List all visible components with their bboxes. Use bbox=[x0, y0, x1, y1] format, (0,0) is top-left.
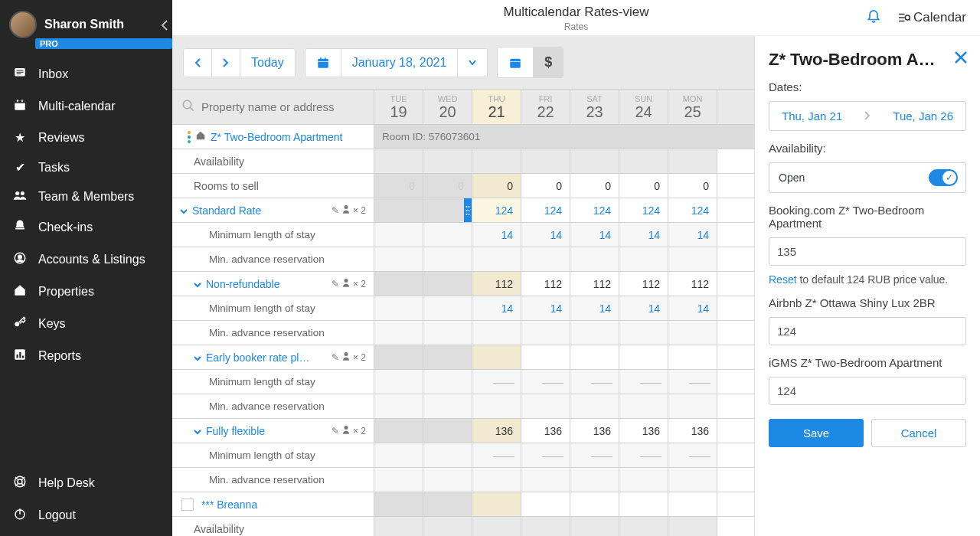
rate-plan-toggle[interactable]: Non-refundable ✎ × 2 bbox=[172, 272, 374, 296]
cell[interactable]: 136 bbox=[668, 419, 717, 443]
cell[interactable]: — — bbox=[521, 370, 570, 394]
cell[interactable] bbox=[521, 492, 570, 516]
toggle-switch[interactable]: ✓ bbox=[929, 169, 958, 186]
edit-icon[interactable]: ✎ bbox=[332, 352, 339, 363]
cell[interactable]: — — bbox=[668, 443, 717, 467]
cell[interactable] bbox=[570, 394, 619, 418]
cell[interactable] bbox=[668, 247, 717, 271]
cell[interactable]: 14 bbox=[570, 223, 619, 247]
sidebar-item-reviews[interactable]: ★ Reviews bbox=[0, 123, 172, 152]
rate-plan-toggle[interactable]: Fully flexible ✎ × 2 bbox=[172, 419, 374, 443]
cell[interactable] bbox=[570, 492, 619, 516]
calendar-mode-button[interactable] bbox=[498, 47, 534, 77]
sidebar-item-logout[interactable]: Logout bbox=[0, 499, 172, 531]
cell[interactable]: — — bbox=[472, 370, 521, 394]
cell[interactable]: — — bbox=[619, 370, 668, 394]
cell[interactable]: 14 bbox=[472, 223, 521, 247]
sidebar-item-accounts[interactable]: Accounts & Listings bbox=[0, 243, 172, 276]
date-range-picker[interactable]: Thu, Jan 21 Tue, Jan 26 bbox=[769, 101, 966, 131]
cell[interactable] bbox=[619, 321, 668, 345]
cell[interactable] bbox=[472, 394, 521, 418]
cell[interactable]: — — bbox=[619, 443, 668, 467]
cell[interactable]: 14 bbox=[668, 223, 717, 247]
today-button[interactable]: Today bbox=[240, 49, 295, 77]
cell[interactable] bbox=[472, 468, 521, 492]
edit-icon[interactable]: ✎ bbox=[332, 205, 339, 216]
cell[interactable]: 14 bbox=[521, 296, 570, 320]
property-checkbox[interactable] bbox=[181, 498, 194, 511]
cell[interactable]: — — bbox=[668, 370, 717, 394]
cell[interactable] bbox=[619, 492, 668, 516]
cell[interactable] bbox=[668, 394, 717, 418]
cell[interactable] bbox=[521, 345, 570, 369]
edit-icon[interactable]: ✎ bbox=[332, 279, 339, 289]
cancel-button[interactable]: Cancel bbox=[871, 419, 966, 447]
cell[interactable]: 124 bbox=[472, 198, 521, 222]
property-label[interactable]: *** Breanna bbox=[172, 492, 374, 516]
channel-bdc-input[interactable] bbox=[769, 237, 966, 266]
sidebar-item-inbox[interactable]: Inbox bbox=[0, 58, 172, 90]
save-button[interactable]: Save bbox=[769, 419, 864, 447]
cell[interactable]: 136 bbox=[472, 419, 521, 443]
cell[interactable]: 0 bbox=[668, 174, 717, 198]
cell[interactable]: 0 bbox=[570, 174, 619, 198]
cell[interactable] bbox=[668, 492, 717, 516]
calendar-link[interactable]: Calendar bbox=[897, 10, 966, 25]
cell[interactable]: 124 bbox=[570, 198, 619, 222]
cell[interactable]: 112 bbox=[668, 272, 717, 296]
cell[interactable] bbox=[570, 345, 619, 369]
cell[interactable] bbox=[570, 468, 619, 492]
cell[interactable] bbox=[472, 492, 521, 516]
availability-toggle[interactable]: Open ✓ bbox=[769, 162, 966, 193]
property-label[interactable]: Z* Two-Bedroom Apartment bbox=[172, 125, 374, 149]
sidebar-item-multicalendar[interactable]: Multi-calendar bbox=[0, 90, 172, 123]
sidebar-item-help[interactable]: Help Desk bbox=[0, 467, 172, 499]
cell[interactable] bbox=[472, 345, 521, 369]
collapse-sidebar-icon[interactable] bbox=[160, 20, 168, 33]
rates-mode-button[interactable]: $ bbox=[534, 47, 563, 77]
cell[interactable] bbox=[570, 321, 619, 345]
cell[interactable]: 14 bbox=[668, 296, 717, 320]
cell[interactable]: 136 bbox=[570, 419, 619, 443]
cell[interactable]: 112 bbox=[472, 272, 521, 296]
cell[interactable]: 136 bbox=[521, 419, 570, 443]
cell[interactable]: 112 bbox=[570, 272, 619, 296]
sidebar-item-team[interactable]: Team & Members bbox=[0, 182, 172, 211]
channel-igms-input[interactable] bbox=[769, 377, 966, 405]
edit-icon[interactable]: ✎ bbox=[332, 426, 339, 436]
cell[interactable] bbox=[619, 345, 668, 369]
cell[interactable]: 14 bbox=[472, 296, 521, 320]
cell[interactable]: 0 bbox=[521, 174, 570, 198]
cell[interactable] bbox=[668, 345, 717, 369]
channel-air-input[interactable] bbox=[769, 317, 966, 345]
cell[interactable]: — — bbox=[472, 443, 521, 467]
cell[interactable] bbox=[619, 394, 668, 418]
prev-day-button[interactable] bbox=[184, 49, 212, 77]
cell[interactable]: — — bbox=[570, 370, 619, 394]
search-cell[interactable] bbox=[172, 90, 374, 124]
cell[interactable]: 14 bbox=[570, 296, 619, 320]
sidebar-item-tasks[interactable]: ✔ Tasks bbox=[0, 152, 172, 182]
cell[interactable] bbox=[668, 468, 717, 492]
cell[interactable] bbox=[472, 247, 521, 271]
cell[interactable] bbox=[619, 468, 668, 492]
sidebar-item-keys[interactable]: Keys bbox=[0, 308, 172, 340]
cell[interactable]: 124 bbox=[619, 198, 668, 222]
cell[interactable] bbox=[521, 321, 570, 345]
next-day-button[interactable] bbox=[212, 49, 240, 77]
cell[interactable]: 0 bbox=[619, 174, 668, 198]
cell[interactable] bbox=[521, 394, 570, 418]
cell[interactable]: 112 bbox=[619, 272, 668, 296]
notifications-icon[interactable] bbox=[866, 8, 881, 28]
cell[interactable]: 136 bbox=[619, 419, 668, 443]
sidebar-item-checkins[interactable]: Check-ins bbox=[0, 211, 172, 243]
search-input[interactable] bbox=[201, 100, 364, 113]
sidebar-item-properties[interactable]: Properties bbox=[0, 276, 172, 308]
cell[interactable] bbox=[619, 247, 668, 271]
cell[interactable]: — — bbox=[570, 443, 619, 467]
cell[interactable]: 14 bbox=[619, 296, 668, 320]
cell[interactable] bbox=[472, 321, 521, 345]
cell[interactable] bbox=[668, 321, 717, 345]
drag-handle-icon[interactable] bbox=[188, 131, 191, 143]
date-picker-group[interactable]: January 18, 2021 bbox=[305, 48, 488, 77]
